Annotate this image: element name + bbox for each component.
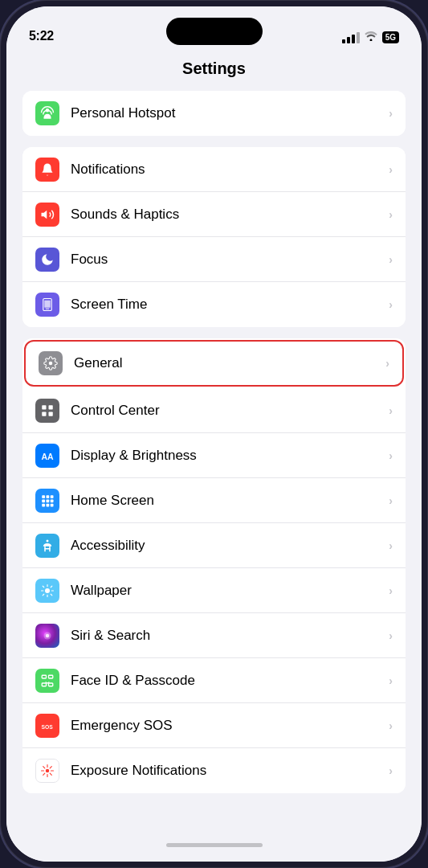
settings-group-1: Personal Hotspot › bbox=[22, 91, 406, 136]
svg-text:SOS: SOS bbox=[42, 723, 54, 729]
settings-scroll-area[interactable]: Personal Hotspot › Notifications bbox=[6, 91, 422, 854]
svg-rect-15 bbox=[47, 499, 50, 502]
settings-row-emergency-sos[interactable]: SOS Emergency SOS › bbox=[22, 703, 406, 748]
siri-label: Siri & Search bbox=[71, 628, 389, 644]
settings-row-general[interactable]: General › bbox=[24, 340, 404, 387]
settings-group-3: General › Control bbox=[22, 338, 406, 793]
accessibility-label: Accessibility bbox=[71, 538, 389, 554]
settings-group-2: Notifications › Sounds & Haptics › bbox=[22, 147, 406, 327]
sounds-label: Sounds & Haptics bbox=[71, 207, 389, 223]
wallpaper-chevron: › bbox=[389, 584, 393, 597]
phone-screen: 5:22 5G Settings bbox=[6, 6, 422, 862]
svg-rect-25 bbox=[49, 675, 53, 678]
focus-chevron: › bbox=[389, 253, 393, 266]
svg-rect-12 bbox=[47, 495, 50, 498]
settings-row-control-center[interactable]: Control Center › bbox=[22, 388, 406, 433]
emergency-sos-label: Emergency SOS bbox=[71, 718, 389, 734]
home-screen-label: Home Screen bbox=[71, 493, 389, 509]
notifications-icon bbox=[35, 158, 59, 182]
settings-row-siri[interactable]: Siri & Search › bbox=[22, 613, 406, 658]
general-label: General bbox=[74, 355, 385, 371]
display-icon: AA bbox=[35, 444, 59, 468]
home-screen-icon bbox=[35, 489, 59, 513]
svg-point-5 bbox=[49, 362, 53, 366]
status-time: 5:22 bbox=[29, 29, 54, 43]
svg-point-23 bbox=[46, 633, 50, 637]
svg-rect-3 bbox=[44, 301, 51, 308]
svg-rect-9 bbox=[49, 411, 53, 416]
settings-row-accessibility[interactable]: Accessibility › bbox=[22, 523, 406, 568]
control-center-label: Control Center bbox=[71, 403, 389, 419]
settings-row-notifications[interactable]: Notifications › bbox=[22, 147, 406, 192]
settings-content: Settings Personal H bbox=[6, 50, 422, 862]
svg-rect-27 bbox=[49, 683, 53, 686]
personal-hotspot-chevron: › bbox=[389, 107, 393, 120]
settings-row-display[interactable]: AA Display & Brightness › bbox=[22, 433, 406, 478]
control-center-chevron: › bbox=[389, 404, 393, 417]
svg-rect-6 bbox=[42, 405, 46, 409]
face-id-chevron: › bbox=[389, 674, 393, 687]
svg-point-20 bbox=[47, 539, 49, 542]
settings-row-face-id[interactable]: Face ID & Passcode › bbox=[22, 658, 406, 703]
status-icons: 5G bbox=[342, 31, 399, 43]
accessibility-chevron: › bbox=[389, 539, 393, 552]
siri-chevron: › bbox=[389, 629, 393, 642]
svg-point-29 bbox=[46, 769, 50, 773]
control-center-icon bbox=[35, 399, 59, 423]
page-header: Settings bbox=[6, 50, 422, 91]
svg-rect-14 bbox=[42, 499, 45, 502]
face-id-icon bbox=[35, 669, 59, 693]
accessibility-icon bbox=[35, 534, 59, 558]
settings-row-sounds[interactable]: Sounds & Haptics › bbox=[22, 192, 406, 237]
notifications-chevron: › bbox=[389, 163, 393, 176]
svg-rect-16 bbox=[51, 499, 54, 502]
general-icon bbox=[39, 351, 63, 375]
home-screen-chevron: › bbox=[389, 494, 393, 507]
screen-time-label: Screen Time bbox=[71, 297, 389, 313]
svg-rect-11 bbox=[42, 495, 45, 498]
settings-row-exposure[interactable]: Exposure Notifications › bbox=[22, 748, 406, 793]
display-chevron: › bbox=[389, 449, 393, 462]
focus-label: Focus bbox=[71, 252, 389, 268]
siri-icon bbox=[35, 624, 59, 648]
phone-frame: 5:22 5G Settings bbox=[0, 0, 428, 868]
svg-rect-7 bbox=[49, 405, 53, 409]
svg-rect-19 bbox=[51, 503, 54, 506]
emergency-sos-chevron: › bbox=[389, 719, 393, 732]
screen-time-icon bbox=[35, 293, 59, 317]
svg-marker-1 bbox=[42, 210, 47, 219]
personal-hotspot-label: Personal Hotspot bbox=[71, 105, 389, 121]
exposure-chevron: › bbox=[389, 764, 393, 777]
svg-rect-17 bbox=[42, 503, 45, 506]
focus-icon bbox=[35, 248, 59, 272]
settings-row-wallpaper[interactable]: Wallpaper › bbox=[22, 568, 406, 613]
svg-rect-24 bbox=[42, 675, 46, 678]
home-indicator[interactable] bbox=[166, 843, 263, 847]
exposure-label: Exposure Notifications bbox=[71, 763, 389, 779]
notifications-label: Notifications bbox=[71, 162, 389, 178]
settings-row-home-screen[interactable]: Home Screen › bbox=[22, 478, 406, 523]
svg-rect-13 bbox=[51, 495, 54, 498]
wallpaper-label: Wallpaper bbox=[71, 583, 389, 599]
general-chevron: › bbox=[385, 357, 389, 370]
sounds-chevron: › bbox=[389, 208, 393, 221]
exposure-icon bbox=[35, 759, 59, 783]
5g-badge: 5G bbox=[382, 31, 399, 43]
dynamic-island bbox=[166, 18, 263, 45]
settings-row-screen-time[interactable]: Screen Time › bbox=[22, 282, 406, 327]
settings-row-focus[interactable]: Focus › bbox=[22, 237, 406, 282]
screen-time-chevron: › bbox=[389, 298, 393, 311]
svg-text:AA: AA bbox=[42, 451, 55, 461]
signal-icon bbox=[342, 32, 360, 43]
wallpaper-icon bbox=[35, 579, 59, 603]
display-label: Display & Brightness bbox=[71, 448, 389, 464]
svg-point-21 bbox=[45, 588, 50, 593]
svg-rect-26 bbox=[42, 683, 46, 686]
svg-rect-18 bbox=[47, 503, 50, 506]
page-title: Settings bbox=[182, 59, 246, 77]
emergency-sos-icon: SOS bbox=[35, 714, 59, 738]
settings-row-personal-hotspot[interactable]: Personal Hotspot › bbox=[22, 91, 406, 136]
face-id-label: Face ID & Passcode bbox=[71, 673, 389, 689]
wifi-icon bbox=[365, 31, 377, 43]
svg-rect-8 bbox=[42, 411, 46, 416]
